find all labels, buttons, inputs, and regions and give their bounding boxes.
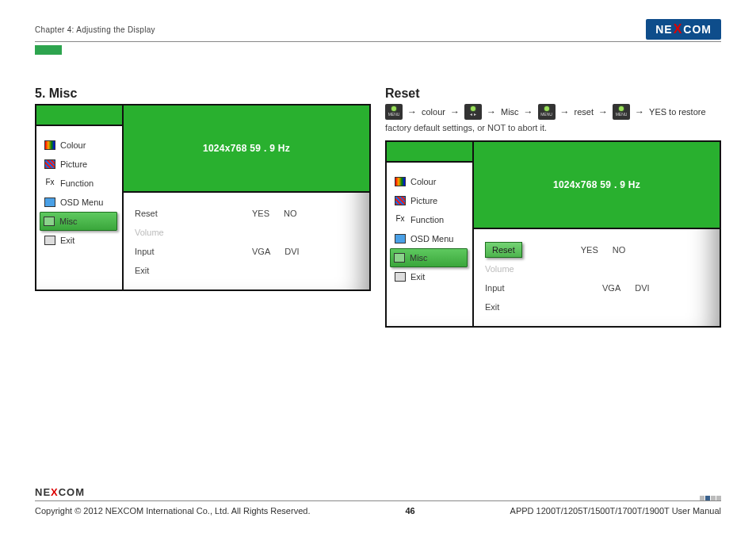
row-reset[interactable]: Reset YESNO — [135, 204, 358, 223]
arrow-icon: → — [407, 106, 417, 117]
doc-id: APPD 1200T/1205T/1500T/1700T/1900T User … — [510, 506, 721, 516]
function-icon: Fx — [395, 215, 406, 224]
menu-label: Function — [60, 178, 94, 188]
row-label-input: Input — [135, 247, 192, 256]
exit-icon — [395, 272, 406, 282]
opt-no[interactable]: NO — [613, 245, 626, 255]
step-colour: colour — [422, 107, 445, 117]
brand-x: X — [674, 22, 683, 36]
picture-icon — [395, 196, 406, 205]
panel-left-header — [387, 142, 472, 163]
arrow-icon: → — [524, 106, 533, 117]
right-column: Reset MENU → colour → ◄► → Misc → MENU →… — [385, 86, 721, 328]
menu-item-exit[interactable]: Exit — [41, 231, 117, 250]
misc-icon — [394, 253, 405, 263]
reset-steps: MENU → colour → ◄► → Misc → MENU → reset… — [385, 104, 721, 120]
header-bar: Chapter 4: Adjusting the Display NE X CO… — [35, 19, 721, 42]
arrow-icon: → — [598, 106, 608, 117]
row-input[interactable]: Input VGADVI — [485, 278, 708, 297]
page-tab-stub — [35, 45, 62, 55]
menu-item-osd-menu[interactable]: OSD Menu — [391, 229, 468, 248]
row-volume: Volume — [135, 223, 358, 242]
brand-right: COM — [683, 23, 712, 36]
step-reset: reset — [575, 107, 594, 117]
footer-brand-right: COM — [59, 486, 85, 498]
step-misc: Misc — [501, 107, 519, 117]
menu-label: Picture — [410, 196, 437, 205]
arrow-icon: → — [635, 106, 644, 117]
menu-item-exit[interactable]: Exit — [391, 267, 468, 286]
menu-item-function[interactable]: FxFunction — [391, 210, 468, 229]
opt-dvi[interactable]: DVI — [284, 247, 299, 256]
menu-button-icon[interactable]: MENU — [613, 104, 630, 120]
footer-brand-left: NE — [35, 486, 51, 498]
osd-panel-reset: Colour Picture FxFunction OSD Menu Misc … — [385, 140, 721, 328]
arrow-icon: → — [487, 106, 496, 117]
colour-icon — [395, 177, 406, 186]
exit-icon — [44, 236, 55, 245]
row-input[interactable]: Input VGADVI — [135, 242, 358, 261]
menu-item-picture[interactable]: Picture — [41, 155, 117, 174]
function-icon: Fx — [44, 178, 55, 188]
menu-label: Exit — [60, 236, 74, 245]
menu-label: Function — [410, 215, 444, 224]
left-column: 5. Misc Colour Picture FxFunction OSD Me… — [35, 86, 371, 328]
nav-button-icon[interactable]: ◄► — [464, 104, 482, 120]
menu-item-function[interactable]: FxFunction — [41, 174, 117, 193]
row-label-reset-selected: Reset — [485, 242, 522, 258]
reset-heading: Reset — [385, 86, 721, 101]
opt-yes[interactable]: YES — [581, 245, 598, 255]
row-label-exit: Exit — [135, 266, 192, 275]
footer-decor-icon — [700, 496, 721, 500]
osd-menu-icon — [44, 197, 55, 207]
footer: NEXCOM Copyright © 2012 NEXCOM Internati… — [35, 486, 721, 516]
picture-icon — [44, 159, 55, 169]
row-label-exit: Exit — [485, 302, 542, 312]
row-label-volume: Volume — [135, 228, 192, 237]
misc-heading: 5. Misc — [35, 86, 371, 101]
row-exit[interactable]: Exit — [135, 261, 358, 280]
row-label-volume: Volume — [485, 264, 542, 274]
osd-menu-icon — [395, 234, 406, 243]
row-volume: Volume — [485, 259, 708, 278]
menu-item-misc[interactable]: Misc — [40, 212, 117, 231]
menu-label: OSD Menu — [60, 197, 103, 207]
reset-note: factory default settings, or NOT to abor… — [385, 123, 721, 132]
arrow-icon: → — [450, 106, 460, 117]
page-number: 46 — [405, 506, 414, 516]
menu-button-icon[interactable]: MENU — [385, 104, 403, 120]
footer-logo: NEXCOM — [35, 486, 85, 499]
chapter-title: Chapter 4: Adjusting the Display — [35, 25, 155, 34]
resolution-header: 1024x768 59 . 9 Hz — [124, 105, 369, 193]
menu-label: Misc — [59, 217, 78, 226]
menu-item-misc[interactable]: Misc — [390, 248, 468, 267]
menu-label: OSD Menu — [410, 234, 453, 243]
row-reset[interactable]: Reset YESNO — [485, 240, 708, 259]
menu-item-colour[interactable]: Colour — [41, 136, 117, 155]
panel-left-header — [36, 105, 122, 126]
footer-brand-x: X — [51, 486, 59, 498]
opt-yes[interactable]: YES — [252, 209, 269, 218]
menu-item-osd-menu[interactable]: OSD Menu — [41, 193, 117, 212]
row-label-reset: Reset — [135, 209, 192, 218]
menu-label: Colour — [60, 140, 86, 150]
menu-item-colour[interactable]: Colour — [391, 172, 468, 191]
menu-label: Exit — [410, 272, 425, 282]
menu-label: Picture — [60, 159, 87, 169]
brand-logo: NE X COM — [646, 19, 721, 40]
colour-icon — [44, 140, 55, 150]
row-exit[interactable]: Exit — [485, 297, 708, 316]
menu-button-icon[interactable]: MENU — [538, 104, 556, 120]
copyright-text: Copyright © 2012 NEXCOM International Co… — [35, 506, 310, 516]
misc-icon — [44, 217, 55, 226]
menu-item-picture[interactable]: Picture — [391, 191, 468, 210]
step-yes-restore: YES to restore — [649, 107, 706, 117]
arrow-icon: → — [560, 106, 570, 117]
opt-dvi[interactable]: DVI — [635, 283, 649, 293]
opt-vga[interactable]: VGA — [252, 247, 270, 256]
menu-label: Colour — [410, 177, 436, 186]
opt-no[interactable]: NO — [284, 209, 297, 218]
menu-label: Misc — [410, 253, 428, 263]
opt-vga[interactable]: VGA — [602, 283, 620, 293]
brand-left: NE — [655, 23, 672, 36]
